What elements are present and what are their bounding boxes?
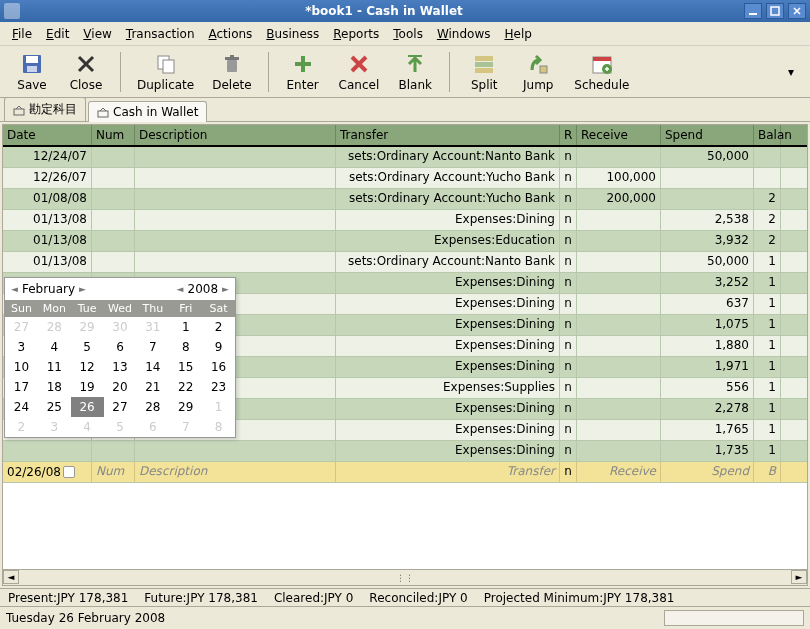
menu-transaction[interactable]: Transaction (120, 25, 201, 43)
column-r[interactable]: R (560, 125, 577, 145)
day-cell[interactable]: 28 (38, 317, 71, 337)
cell-num[interactable] (92, 441, 135, 461)
cell-balance[interactable]: 1 (754, 273, 781, 293)
cell-transfer[interactable]: Expenses:Dining (336, 294, 560, 314)
close-button[interactable]: Close (62, 50, 110, 94)
cell-spend[interactable]: 50,000 (661, 252, 754, 272)
cell-spend[interactable]: 2,538 (661, 210, 754, 230)
day-cell[interactable]: 5 (71, 337, 104, 357)
delete-button[interactable]: Delete (206, 50, 257, 94)
cell-transfer[interactable]: Expenses:Supplies (336, 378, 560, 398)
cell-description[interactable] (135, 252, 336, 272)
enter-button[interactable]: Enter (279, 50, 327, 94)
cell-transfer[interactable]: sets:Ordinary Account:Yucho Bank (336, 189, 560, 209)
cell-date[interactable]: 01/13/08 (3, 252, 92, 272)
day-cell[interactable]: 16 (202, 357, 235, 377)
day-cell[interactable]: 24 (5, 397, 38, 417)
day-cell[interactable]: 6 (136, 417, 169, 437)
minimize-button[interactable] (744, 3, 762, 19)
cell-balance[interactable]: 1 (754, 315, 781, 335)
menu-windows[interactable]: Windows (431, 25, 497, 43)
entry-row[interactable]: 02/26/08NumDescriptionTransfernReceiveSp… (3, 462, 807, 483)
cell-date[interactable]: 01/13/08 (3, 210, 92, 230)
entry-num[interactable]: Num (92, 462, 135, 482)
column-spend[interactable]: Spend (661, 125, 754, 145)
menu-help[interactable]: Help (498, 25, 537, 43)
day-cell[interactable]: 26 (71, 397, 104, 417)
cell-reconcile[interactable]: n (560, 357, 577, 377)
cell-date[interactable]: 12/26/07 (3, 168, 92, 188)
cell-description[interactable] (135, 441, 336, 461)
cell-receive[interactable] (577, 315, 661, 335)
cell-balance[interactable]: 1 (754, 252, 781, 272)
tab-勘定科目[interactable]: 勘定科目 (4, 97, 86, 121)
cell-balance[interactable]: 1 (754, 378, 781, 398)
day-cell[interactable]: 25 (38, 397, 71, 417)
cell-spend[interactable]: 637 (661, 294, 754, 314)
cell-receive[interactable] (577, 147, 661, 167)
day-cell[interactable]: 19 (71, 377, 104, 397)
ledger-row[interactable]: 01/08/08sets:Ordinary Account:Yucho Bank… (3, 189, 807, 210)
day-cell[interactable]: 1 (202, 397, 235, 417)
cancel-button[interactable]: Cancel (333, 50, 386, 94)
cell-transfer[interactable]: Expenses:Dining (336, 441, 560, 461)
day-cell[interactable]: 28 (136, 397, 169, 417)
next-year-icon[interactable]: ► (222, 284, 229, 294)
entry-receive[interactable]: Receive (577, 462, 661, 482)
cell-spend[interactable]: 1,971 (661, 357, 754, 377)
entry-description[interactable]: Description (135, 462, 336, 482)
cell-receive[interactable] (577, 336, 661, 356)
cell-reconcile[interactable]: n (560, 231, 577, 251)
cell-balance[interactable]: 1 (754, 294, 781, 314)
column-transfer[interactable]: Transfer (336, 125, 560, 145)
cell-transfer[interactable]: Expenses:Dining (336, 210, 560, 230)
cell-date[interactable]: 01/08/08 (3, 189, 92, 209)
day-cell[interactable]: 27 (5, 317, 38, 337)
scroll-right-button[interactable]: ► (791, 570, 807, 584)
cell-receive[interactable] (577, 210, 661, 230)
cell-num[interactable] (92, 168, 135, 188)
cell-balance[interactable]: 1 (754, 357, 781, 377)
cell-spend[interactable]: 1,735 (661, 441, 754, 461)
entry-spend[interactable]: Spend (661, 462, 754, 482)
cell-balance[interactable]: 1 (754, 336, 781, 356)
column-description[interactable]: Description (135, 125, 336, 145)
day-cell[interactable]: 4 (71, 417, 104, 437)
cell-transfer[interactable]: Expenses:Dining (336, 336, 560, 356)
prev-year-icon[interactable]: ◄ (177, 284, 184, 294)
menu-actions[interactable]: Actions (203, 25, 259, 43)
day-cell[interactable]: 7 (136, 337, 169, 357)
cell-spend[interactable] (661, 189, 754, 209)
cell-reconcile[interactable]: n (560, 210, 577, 230)
cell-transfer[interactable]: Expenses:Dining (336, 315, 560, 335)
cell-reconcile[interactable]: n (560, 189, 577, 209)
day-cell[interactable]: 14 (136, 357, 169, 377)
entry-reconcile[interactable]: n (560, 462, 577, 482)
maximize-button[interactable] (766, 3, 784, 19)
cell-receive[interactable]: 200,000 (577, 189, 661, 209)
cell-spend[interactable]: 2,278 (661, 399, 754, 419)
cell-receive[interactable] (577, 357, 661, 377)
column-date[interactable]: Date (3, 125, 92, 145)
cell-spend[interactable]: 1,075 (661, 315, 754, 335)
scroll-track[interactable]: ⋮⋮ (19, 570, 791, 585)
day-cell[interactable]: 6 (104, 337, 137, 357)
day-cell[interactable]: 13 (104, 357, 137, 377)
toolbar-overflow[interactable]: ▾ (780, 57, 802, 87)
cell-reconcile[interactable]: n (560, 378, 577, 398)
cell-transfer[interactable]: sets:Ordinary Account:Nanto Bank (336, 252, 560, 272)
cell-balance[interactable] (754, 147, 781, 167)
menu-file[interactable]: File (6, 25, 38, 43)
ledger-row[interactable]: 01/13/08sets:Ordinary Account:Nanto Bank… (3, 252, 807, 273)
day-cell[interactable]: 31 (136, 317, 169, 337)
day-cell[interactable]: 21 (136, 377, 169, 397)
cell-reconcile[interactable]: n (560, 273, 577, 293)
entry-balance[interactable]: B (754, 462, 781, 482)
entry-transfer[interactable]: Transfer (336, 462, 560, 482)
day-cell[interactable]: 3 (5, 337, 38, 357)
cell-spend[interactable]: 50,000 (661, 147, 754, 167)
ledger-row[interactable]: 12/26/07sets:Ordinary Account:Yucho Bank… (3, 168, 807, 189)
cell-balance[interactable]: 1 (754, 420, 781, 440)
cell-reconcile[interactable]: n (560, 168, 577, 188)
cell-reconcile[interactable]: n (560, 399, 577, 419)
